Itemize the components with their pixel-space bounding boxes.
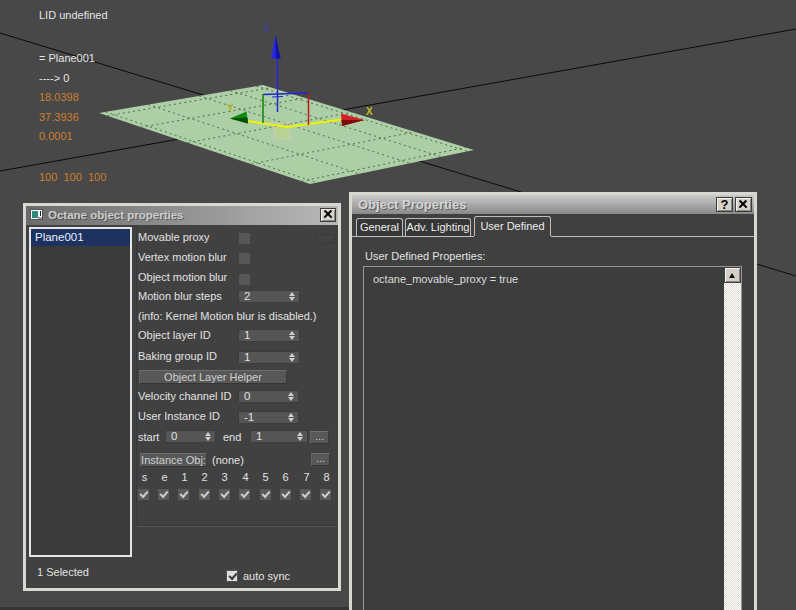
svg-text:z: z	[264, 21, 270, 33]
svg-text:X: X	[366, 106, 373, 117]
svg-text:Y: Y	[227, 103, 234, 114]
